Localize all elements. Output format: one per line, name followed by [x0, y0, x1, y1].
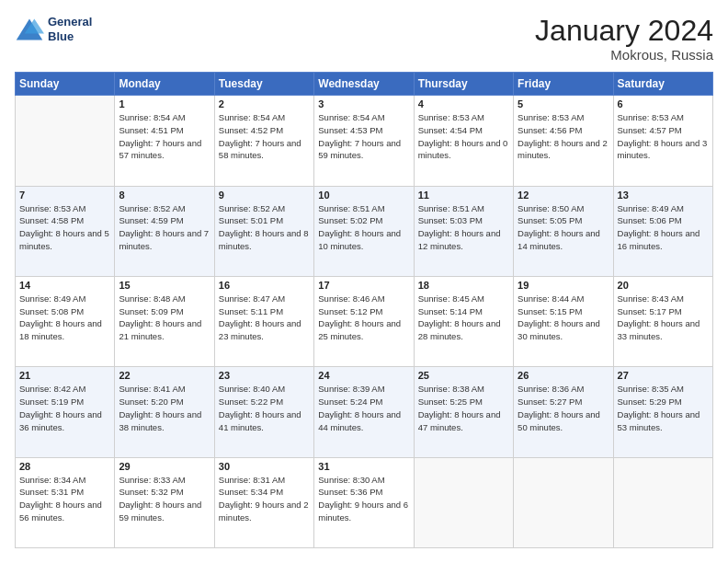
table-row: 28Sunrise: 8:34 AMSunset: 5:31 PMDayligh…: [16, 457, 115, 547]
table-row: 15Sunrise: 8:48 AMSunset: 5:09 PMDayligh…: [115, 276, 214, 366]
col-wednesday: Wednesday: [314, 73, 414, 96]
day-info: Sunrise: 8:43 AMSunset: 5:17 PMDaylight:…: [618, 293, 709, 343]
day-number: 26: [518, 370, 609, 381]
day-number: 6: [618, 98, 709, 109]
table-row: 24Sunrise: 8:39 AMSunset: 5:24 PMDayligh…: [314, 367, 414, 457]
table-row: 6Sunrise: 8:53 AMSunset: 4:57 PMDaylight…: [613, 96, 712, 186]
day-info: Sunrise: 8:52 AMSunset: 5:01 PMDaylight:…: [219, 202, 310, 253]
day-number: 25: [418, 370, 509, 381]
day-info: Sunrise: 8:49 AMSunset: 5:08 PMDaylight:…: [19, 293, 110, 343]
day-number: 12: [518, 190, 609, 201]
col-sunday: Sunday: [16, 73, 115, 96]
table-row: 5Sunrise: 8:53 AMSunset: 4:56 PMDaylight…: [514, 96, 613, 186]
day-info: Sunrise: 8:42 AMSunset: 5:19 PMDaylight:…: [19, 383, 110, 433]
day-number: 20: [618, 280, 709, 291]
table-row: 7Sunrise: 8:53 AMSunset: 4:58 PMDaylight…: [16, 186, 115, 276]
day-number: 8: [119, 190, 210, 201]
day-info: Sunrise: 8:36 AMSunset: 5:27 PMDaylight:…: [518, 383, 609, 433]
day-info: Sunrise: 8:53 AMSunset: 4:54 PMDaylight:…: [418, 111, 509, 162]
day-number: 2: [219, 98, 310, 109]
table-row: [414, 457, 513, 547]
table-row: 10Sunrise: 8:51 AMSunset: 5:02 PMDayligh…: [314, 186, 414, 276]
table-row: 30Sunrise: 8:31 AMSunset: 5:34 PMDayligh…: [214, 457, 313, 547]
day-number: 21: [19, 370, 110, 381]
day-info: Sunrise: 8:38 AMSunset: 5:25 PMDaylight:…: [418, 383, 509, 433]
day-number: 5: [518, 98, 609, 109]
table-row: 22Sunrise: 8:41 AMSunset: 5:20 PMDayligh…: [115, 367, 214, 457]
day-number: 31: [318, 461, 409, 472]
day-info: Sunrise: 8:53 AMSunset: 4:57 PMDaylight:…: [618, 111, 709, 162]
day-number: 19: [518, 280, 609, 291]
day-number: 27: [618, 370, 709, 381]
day-info: Sunrise: 8:47 AMSunset: 5:11 PMDaylight:…: [219, 293, 310, 343]
day-number: 9: [219, 190, 310, 201]
table-row: 4Sunrise: 8:53 AMSunset: 4:54 PMDaylight…: [414, 96, 513, 186]
table-row: [613, 457, 712, 547]
day-number: 24: [318, 370, 409, 381]
calendar-week-row: 7Sunrise: 8:53 AMSunset: 4:58 PMDaylight…: [16, 186, 713, 276]
day-number: 1: [119, 98, 210, 109]
day-info: Sunrise: 8:41 AMSunset: 5:20 PMDaylight:…: [119, 383, 210, 433]
calendar-week-row: 14Sunrise: 8:49 AMSunset: 5:08 PMDayligh…: [16, 276, 713, 366]
table-row: 12Sunrise: 8:50 AMSunset: 5:05 PMDayligh…: [514, 186, 613, 276]
table-row: 31Sunrise: 8:30 AMSunset: 5:36 PMDayligh…: [314, 457, 414, 547]
sub-title: Mokrous, Russia: [535, 47, 713, 63]
table-row: 2Sunrise: 8:54 AMSunset: 4:52 PMDaylight…: [214, 96, 313, 186]
day-number: 15: [119, 280, 210, 291]
day-info: Sunrise: 8:53 AMSunset: 4:58 PMDaylight:…: [19, 202, 110, 253]
calendar-week-row: 21Sunrise: 8:42 AMSunset: 5:19 PMDayligh…: [16, 367, 713, 457]
day-number: 22: [119, 370, 210, 381]
day-number: 11: [418, 190, 509, 201]
table-row: 1Sunrise: 8:54 AMSunset: 4:51 PMDaylight…: [115, 96, 214, 186]
table-row: 11Sunrise: 8:51 AMSunset: 5:03 PMDayligh…: [414, 186, 513, 276]
day-info: Sunrise: 8:53 AMSunset: 4:56 PMDaylight:…: [518, 111, 609, 162]
table-row: 29Sunrise: 8:33 AMSunset: 5:32 PMDayligh…: [115, 457, 214, 547]
day-number: 10: [318, 190, 409, 201]
table-row: 18Sunrise: 8:45 AMSunset: 5:14 PMDayligh…: [414, 276, 513, 366]
day-info: Sunrise: 8:52 AMSunset: 4:59 PMDaylight:…: [119, 202, 210, 253]
day-info: Sunrise: 8:54 AMSunset: 4:51 PMDaylight:…: [119, 111, 210, 162]
logo: General Blue: [15, 15, 92, 43]
day-number: 4: [418, 98, 509, 109]
calendar-header-row: Sunday Monday Tuesday Wednesday Thursday…: [16, 73, 713, 96]
col-tuesday: Tuesday: [214, 73, 313, 96]
header: General Blue January 2024 Mokrous, Russi…: [15, 15, 713, 63]
day-number: 3: [318, 98, 409, 109]
day-info: Sunrise: 8:48 AMSunset: 5:09 PMDaylight:…: [119, 293, 210, 343]
title-block: January 2024 Mokrous, Russia: [535, 15, 713, 63]
day-number: 16: [219, 280, 310, 291]
table-row: 8Sunrise: 8:52 AMSunset: 4:59 PMDaylight…: [115, 186, 214, 276]
table-row: 17Sunrise: 8:46 AMSunset: 5:12 PMDayligh…: [314, 276, 414, 366]
main-title: January 2024: [535, 15, 713, 47]
day-info: Sunrise: 8:51 AMSunset: 5:02 PMDaylight:…: [318, 202, 409, 253]
table-row: [514, 457, 613, 547]
table-row: [16, 96, 115, 186]
day-info: Sunrise: 8:30 AMSunset: 5:36 PMDaylight:…: [318, 474, 409, 524]
table-row: 25Sunrise: 8:38 AMSunset: 5:25 PMDayligh…: [414, 367, 513, 457]
day-number: 23: [219, 370, 310, 381]
table-row: 14Sunrise: 8:49 AMSunset: 5:08 PMDayligh…: [16, 276, 115, 366]
table-row: 16Sunrise: 8:47 AMSunset: 5:11 PMDayligh…: [214, 276, 313, 366]
day-number: 29: [119, 461, 210, 472]
col-monday: Monday: [115, 73, 214, 96]
table-row: 19Sunrise: 8:44 AMSunset: 5:15 PMDayligh…: [514, 276, 613, 366]
day-number: 7: [19, 190, 110, 201]
table-row: 21Sunrise: 8:42 AMSunset: 5:19 PMDayligh…: [16, 367, 115, 457]
col-saturday: Saturday: [613, 73, 712, 96]
day-info: Sunrise: 8:50 AMSunset: 5:05 PMDaylight:…: [518, 202, 609, 253]
day-info: Sunrise: 8:35 AMSunset: 5:29 PMDaylight:…: [618, 383, 709, 433]
day-number: 30: [219, 461, 310, 472]
day-info: Sunrise: 8:45 AMSunset: 5:14 PMDaylight:…: [418, 293, 509, 343]
col-thursday: Thursday: [414, 73, 513, 96]
generalblue-logo-icon: [15, 17, 44, 42]
day-info: Sunrise: 8:44 AMSunset: 5:15 PMDaylight:…: [518, 293, 609, 343]
col-friday: Friday: [514, 73, 613, 96]
table-row: 9Sunrise: 8:52 AMSunset: 5:01 PMDaylight…: [214, 186, 313, 276]
day-info: Sunrise: 8:54 AMSunset: 4:52 PMDaylight:…: [219, 111, 310, 162]
day-number: 17: [318, 280, 409, 291]
day-number: 18: [418, 280, 509, 291]
day-info: Sunrise: 8:40 AMSunset: 5:22 PMDaylight:…: [219, 383, 310, 433]
logo-text: General Blue: [48, 15, 92, 43]
calendar-week-row: 1Sunrise: 8:54 AMSunset: 4:51 PMDaylight…: [16, 96, 713, 186]
day-info: Sunrise: 8:39 AMSunset: 5:24 PMDaylight:…: [318, 383, 409, 433]
